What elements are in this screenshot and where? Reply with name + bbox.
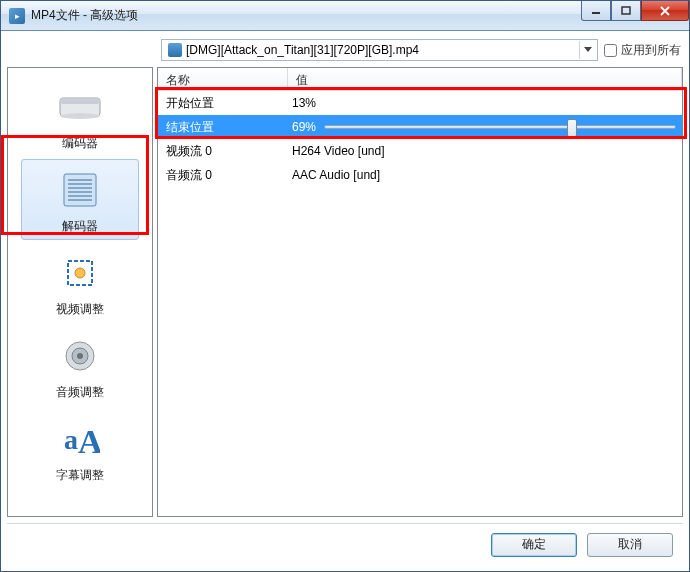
sidebar-item-video-adjust[interactable]: 视频调整	[21, 242, 139, 323]
cell-value: 69%	[288, 120, 682, 134]
maximize-button[interactable]	[611, 1, 641, 21]
table-row[interactable]: 视频流 0 H264 Video [und]	[158, 139, 682, 163]
svg-point-13	[75, 268, 85, 278]
table-row[interactable]: 结束位置 69%	[158, 115, 682, 139]
sidebar-item-encoder[interactable]: 编码器	[21, 76, 139, 157]
table-row[interactable]: 开始位置 13%	[158, 91, 682, 115]
table-body: 开始位置 13% 结束位置 69% 视频流 0	[158, 91, 682, 516]
maximize-icon	[621, 6, 631, 16]
app-icon	[9, 8, 25, 24]
body-row: 编码器 解码器 视频调整	[7, 67, 683, 517]
cancel-button[interactable]: 取消	[587, 533, 673, 557]
svg-rect-1	[622, 7, 630, 14]
footer: 确定 取消	[7, 523, 683, 565]
cell-value: H264 Video [und]	[288, 144, 682, 158]
minimize-icon	[591, 6, 601, 16]
video-adjust-icon	[56, 249, 104, 297]
svg-point-16	[77, 353, 83, 359]
file-icon	[168, 43, 182, 57]
header-name[interactable]: 名称	[158, 68, 288, 90]
svg-text:A: A	[78, 423, 100, 459]
cell-name: 开始位置	[158, 95, 288, 112]
client-area: [DMG][Attack_on_Titan][31][720P][GB].mp4…	[1, 31, 689, 571]
sidebar: 编码器 解码器 视频调整	[7, 67, 153, 517]
file-selector[interactable]: [DMG][Attack_on_Titan][31][720P][GB].mp4	[161, 39, 598, 61]
apply-all-checkbox[interactable]: 应用到所有	[604, 42, 681, 59]
sidebar-item-subtitle-adjust[interactable]: aA 字幕调整	[21, 408, 139, 489]
dropdown-button[interactable]	[579, 41, 595, 59]
sidebar-item-audio-adjust[interactable]: 音频调整	[21, 325, 139, 406]
apply-all-label: 应用到所有	[621, 42, 681, 59]
window-title: MP4文件 - 高级选项	[31, 7, 138, 24]
close-button[interactable]	[641, 1, 689, 21]
file-name: [DMG][Attack_on_Titan][31][720P][GB].mp4	[186, 43, 579, 57]
decoder-icon	[56, 166, 104, 214]
audio-adjust-icon	[56, 332, 104, 380]
top-row: [DMG][Attack_on_Titan][31][720P][GB].mp4…	[7, 37, 683, 67]
minimize-button[interactable]	[581, 1, 611, 21]
sidebar-item-decoder[interactable]: 解码器	[21, 159, 139, 240]
svg-rect-5	[64, 174, 96, 206]
apply-all-check-input[interactable]	[604, 44, 617, 57]
sidebar-item-label: 解码器	[62, 218, 98, 235]
window: MP4文件 - 高级选项 [DMG][Attack_on_Titan][31][…	[0, 0, 690, 572]
cell-name: 视频流 0	[158, 143, 288, 160]
cell-value: 13%	[288, 96, 682, 110]
slider-thumb[interactable]	[567, 119, 577, 137]
chevron-down-icon	[584, 47, 592, 53]
svg-point-4	[60, 113, 100, 119]
cell-name: 结束位置	[158, 119, 288, 136]
subtitle-adjust-icon: aA	[56, 415, 104, 463]
sidebar-item-label: 视频调整	[56, 301, 104, 318]
window-buttons	[581, 1, 689, 21]
encoder-icon	[56, 83, 104, 131]
close-icon	[659, 6, 671, 16]
cell-value: AAC Audio [und]	[288, 168, 682, 182]
property-table: 名称 值 开始位置 13% 结束位置 69%	[157, 67, 683, 517]
table-row[interactable]: 音频流 0 AAC Audio [und]	[158, 163, 682, 187]
end-position-slider[interactable]	[324, 125, 676, 129]
svg-rect-3	[60, 98, 100, 104]
header-value[interactable]: 值	[288, 68, 682, 90]
table-header: 名称 值	[158, 68, 682, 91]
sidebar-item-label: 编码器	[62, 135, 98, 152]
titlebar[interactable]: MP4文件 - 高级选项	[1, 1, 689, 31]
svg-text:a: a	[64, 424, 78, 455]
cell-name: 音频流 0	[158, 167, 288, 184]
sidebar-item-label: 音频调整	[56, 384, 104, 401]
ok-button[interactable]: 确定	[491, 533, 577, 557]
svg-rect-0	[592, 12, 600, 14]
sidebar-item-label: 字幕调整	[56, 467, 104, 484]
